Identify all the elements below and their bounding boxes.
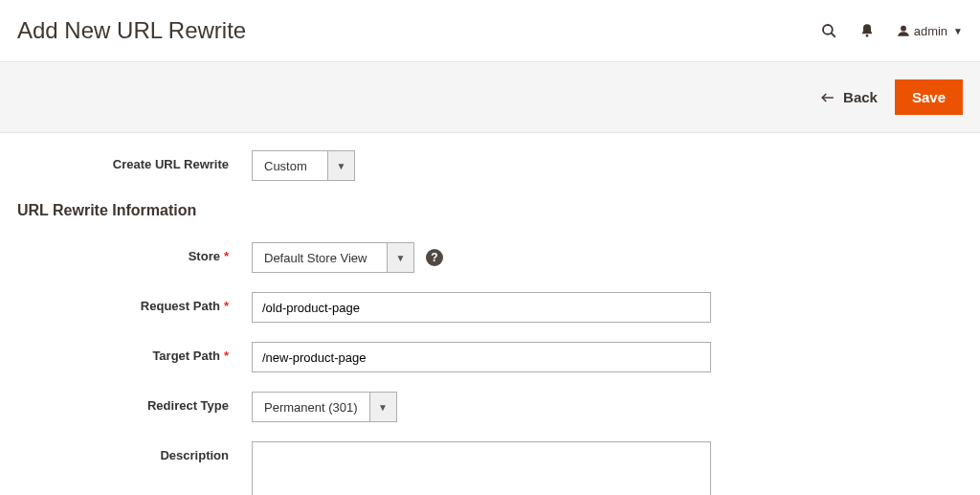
page-title: Add New URL Rewrite (17, 17, 246, 44)
notifications-icon[interactable] (858, 22, 876, 39)
svg-point-0 (823, 25, 833, 34)
row-create-url-rewrite: Create URL Rewrite Custom ▼ (17, 150, 963, 181)
svg-line-1 (831, 33, 835, 36)
create-url-rewrite-select[interactable]: Custom ▼ (252, 150, 355, 181)
chevron-down-icon: ▼ (370, 392, 397, 422)
row-store: Store* Default Store View ▼ ? (17, 242, 963, 273)
help-icon[interactable]: ? (426, 249, 443, 266)
description-textarea[interactable] (252, 441, 711, 495)
chevron-down-icon: ▼ (388, 242, 414, 273)
svg-point-2 (865, 34, 868, 37)
header-actions: admin ▼ (820, 22, 963, 39)
row-redirect-type: Redirect Type Permanent (301) ▼ (17, 392, 963, 422)
store-value: Default Store View (252, 242, 388, 273)
caret-down-icon: ▼ (953, 26, 963, 36)
row-description: Description (17, 441, 963, 495)
chevron-down-icon: ▼ (328, 150, 355, 181)
target-path-label: Target Path* (17, 342, 252, 363)
admin-username: admin (914, 24, 947, 38)
target-path-input[interactable] (252, 342, 711, 372)
user-icon (897, 24, 910, 37)
redirect-type-value: Permanent (301) (252, 392, 370, 422)
save-button[interactable]: Save (895, 79, 963, 115)
store-select[interactable]: Default Store View ▼ (252, 242, 414, 273)
svg-point-3 (901, 26, 906, 32)
back-button[interactable]: Back (820, 89, 878, 105)
row-request-path: Request Path* (17, 292, 963, 323)
request-path-input[interactable] (252, 292, 711, 323)
search-icon[interactable] (820, 22, 837, 39)
redirect-type-label: Redirect Type (17, 392, 252, 413)
form: Create URL Rewrite Custom ▼ URL Rewrite … (0, 133, 980, 495)
back-arrow-icon (820, 91, 835, 104)
row-target-path: Target Path* (17, 342, 963, 372)
back-label: Back (843, 89, 878, 105)
create-url-rewrite-label: Create URL Rewrite (17, 150, 252, 171)
redirect-type-select[interactable]: Permanent (301) ▼ (252, 392, 397, 422)
section-title: URL Rewrite Information (17, 202, 963, 219)
action-bar: Back Save (0, 61, 980, 133)
request-path-label: Request Path* (17, 292, 252, 313)
admin-user-menu[interactable]: admin ▼ (897, 24, 963, 38)
description-label: Description (17, 441, 252, 462)
store-label: Store* (17, 242, 252, 263)
create-url-rewrite-value: Custom (252, 150, 328, 181)
